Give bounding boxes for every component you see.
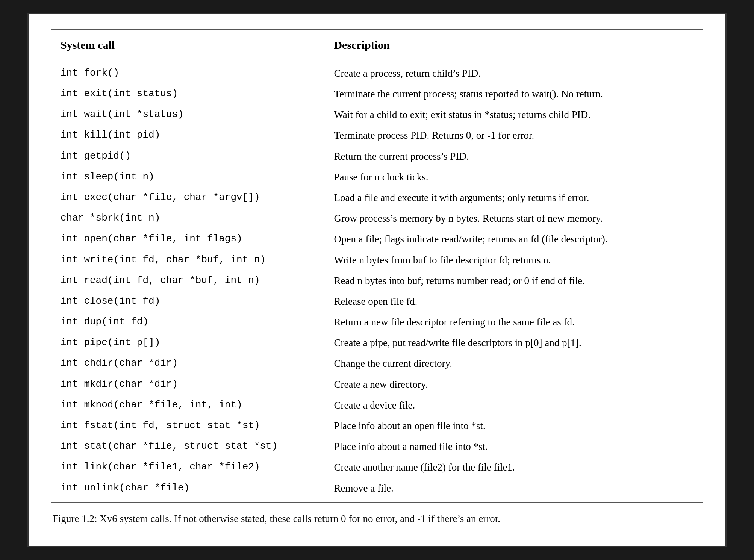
table-row: int chdir(char *dir)Change the current d… — [51, 353, 703, 374]
table-row: int dup(int fd)Return a new file descrip… — [51, 312, 703, 333]
table-row: int mknod(char *file, int, int)Create a … — [51, 395, 703, 416]
description-cell: Pause for n clock ticks. — [325, 167, 703, 188]
description-cell: Return a new file descriptor referring t… — [325, 312, 703, 333]
description-cell: Terminate process PID. Returns 0, or -1 … — [325, 125, 703, 146]
syscall-cell: int fork() — [51, 59, 325, 84]
description-cell: Terminate the current process; status re… — [325, 84, 703, 104]
description-cell: Change the current directory. — [325, 353, 703, 374]
table-row: int write(int fd, char *buf, int n)Write… — [51, 250, 703, 271]
description-cell: Write n bytes from buf to file descripto… — [325, 250, 703, 271]
syscall-cell: int close(int fd) — [51, 291, 325, 312]
description-cell: Create a device file. — [325, 395, 703, 416]
col-header-description: Description — [325, 30, 703, 59]
table-row: int wait(int *status)Wait for a child to… — [51, 104, 703, 125]
syscall-cell: int stat(char *file, struct stat *st) — [51, 436, 325, 457]
syscall-cell: int link(char *file1, char *file2) — [51, 457, 325, 478]
syscall-cell: int exec(char *file, char *argv[]) — [51, 188, 325, 208]
syscall-cell: int mknod(char *file, int, int) — [51, 395, 325, 416]
table-row: int read(int fd, char *buf, int n)Read n… — [51, 271, 703, 291]
description-cell: Place info about an open file into *st. — [325, 416, 703, 436]
table-row: int getpid()Return the current process’s… — [51, 146, 703, 167]
syscall-cell: int kill(int pid) — [51, 125, 325, 146]
syscall-cell: char *sbrk(int n) — [51, 208, 325, 229]
table-row: int sleep(int n)Pause for n clock ticks. — [51, 167, 703, 188]
description-cell: Open a file; flags indicate read/write; … — [325, 229, 703, 250]
description-cell: Create a process, return child’s PID. — [325, 59, 703, 84]
description-cell: Create a pipe, put read/write file descr… — [325, 333, 703, 353]
syscall-cell: int open(char *file, int flags) — [51, 229, 325, 250]
syscall-cell: int pipe(int p[]) — [51, 333, 325, 353]
syscall-cell: int dup(int fd) — [51, 312, 325, 333]
description-cell: Wait for a child to exit; exit status in… — [325, 104, 703, 125]
description-cell: Release open file fd. — [325, 291, 703, 312]
syscall-cell: int wait(int *status) — [51, 104, 325, 125]
description-cell: Place info about a named file into *st. — [325, 436, 703, 457]
table-row: int fstat(int fd, struct stat *st)Place … — [51, 416, 703, 436]
table-header-row: System call Description — [51, 30, 703, 59]
syscall-cell: int write(int fd, char *buf, int n) — [51, 250, 325, 271]
description-cell: Load a file and execute it with argument… — [325, 188, 703, 208]
table-row: int open(char *file, int flags)Open a fi… — [51, 229, 703, 250]
syscall-cell: int mkdir(char *dir) — [51, 374, 325, 395]
description-cell: Create another name (file2) for the file… — [325, 457, 703, 478]
syscall-cell: int exit(int status) — [51, 84, 325, 104]
table-row: int link(char *file1, char *file2)Create… — [51, 457, 703, 478]
syscall-cell: int read(int fd, char *buf, int n) — [51, 271, 325, 291]
syscall-cell: int getpid() — [51, 146, 325, 167]
description-cell: Remove a file. — [325, 478, 703, 502]
table-row: int close(int fd)Release open file fd. — [51, 291, 703, 312]
col-header-syscall: System call — [51, 30, 325, 59]
syscall-cell: int sleep(int n) — [51, 167, 325, 188]
table-row: int exit(int status)Terminate the curren… — [51, 84, 703, 104]
table-row: int stat(char *file, struct stat *st)Pla… — [51, 436, 703, 457]
figure-caption: Figure 1.2: Xv6 system calls. If not oth… — [51, 511, 703, 527]
description-cell: Create a new directory. — [325, 374, 703, 395]
syscall-cell: int unlink(char *file) — [51, 478, 325, 502]
description-cell: Read n bytes into buf; returns number re… — [325, 271, 703, 291]
description-cell: Return the current process’s PID. — [325, 146, 703, 167]
table-wrapper: System call Description int fork()Create… — [51, 29, 703, 502]
syscall-cell: int fstat(int fd, struct stat *st) — [51, 416, 325, 436]
table-row: int pipe(int p[])Create a pipe, put read… — [51, 333, 703, 353]
syscall-table: System call Description int fork()Create… — [51, 30, 703, 502]
syscall-cell: int chdir(char *dir) — [51, 353, 325, 374]
table-row: int exec(char *file, char *argv[])Load a… — [51, 188, 703, 208]
table-row: int fork()Create a process, return child… — [51, 59, 703, 84]
description-cell: Grow process’s memory by n bytes. Return… — [325, 208, 703, 229]
page-container: System call Description int fork()Create… — [27, 13, 727, 546]
table-row: int mkdir(char *dir)Create a new directo… — [51, 374, 703, 395]
table-row: char *sbrk(int n)Grow process’s memory b… — [51, 208, 703, 229]
table-row: int unlink(char *file)Remove a file. — [51, 478, 703, 502]
table-row: int kill(int pid)Terminate process PID. … — [51, 125, 703, 146]
